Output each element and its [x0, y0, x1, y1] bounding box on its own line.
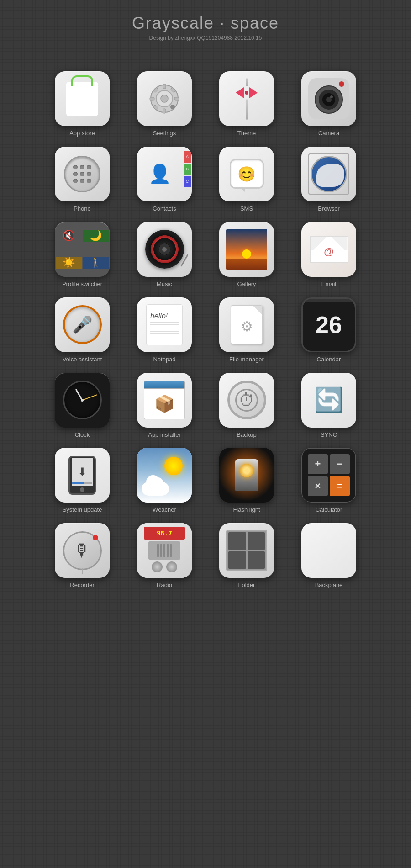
voice-cell[interactable]: 🎤 Voice assistant	[48, 297, 116, 364]
recorder-cell[interactable]: 🎙 Recorder	[48, 523, 116, 589]
voice-icon[interactable]: 🎤	[55, 297, 110, 352]
clock-cell[interactable]: Clock	[48, 373, 116, 439]
sysupdate-icon[interactable]: ⬇	[55, 448, 110, 503]
globe-land	[316, 164, 344, 187]
file-center-icon: ⚙	[241, 318, 253, 334]
contacts-icon[interactable]: 👤 A B C	[137, 147, 192, 201]
clock-center-dot	[81, 399, 84, 402]
notepad-paper: hello!	[146, 304, 183, 345]
music-icon[interactable]	[137, 222, 192, 277]
filemanager-cell[interactable]: ⚙ File manager	[212, 297, 281, 364]
quad1: 🔇	[56, 230, 82, 242]
gear-svg	[146, 80, 183, 117]
dot6	[87, 172, 91, 176]
recorder-assembly: 🎙	[63, 531, 102, 570]
radio-controls	[152, 561, 177, 572]
recorder-label: Recorder	[70, 582, 94, 589]
notepad-red-line	[154, 305, 154, 345]
appstore-icon[interactable]	[55, 71, 110, 126]
flashlight-cell[interactable]: Flash light	[212, 448, 281, 514]
installer-cell[interactable]: 📦 App installer	[130, 373, 199, 439]
folder-cell4	[248, 551, 265, 569]
backup-icon[interactable]: ⏱	[219, 373, 274, 428]
zipper-top	[246, 78, 248, 86]
clock-minute-hand	[82, 394, 98, 401]
calculator-icon[interactable]: + − × =	[301, 448, 356, 503]
calendar-icon[interactable]: 26	[301, 297, 356, 352]
sync-icon[interactable]: 🔄	[301, 373, 356, 428]
browser-label: Browser	[318, 205, 340, 213]
svg-rect-3	[163, 84, 166, 89]
email-icon[interactable]: @	[301, 222, 356, 277]
quad3: ☀️	[56, 257, 82, 269]
calendar-cell[interactable]: 26 Calendar	[295, 297, 363, 364]
clock-icon[interactable]	[55, 373, 110, 428]
backplane-label: Backplane	[315, 582, 343, 589]
smiley-icon: 😊	[237, 165, 256, 183]
notepad-line5	[150, 331, 179, 332]
profile-label: Profile switcher	[62, 281, 102, 288]
radio-knob2	[166, 561, 177, 572]
settings-cell[interactable]: Seetings	[130, 71, 199, 138]
gallery-cell[interactable]: Gallery	[212, 222, 281, 288]
camera-svg	[306, 76, 352, 122]
download-fill	[72, 482, 84, 484]
quad4: 🚶	[83, 257, 109, 269]
browser-cell[interactable]: Browser	[295, 147, 363, 213]
contacts-cell[interactable]: 👤 A B C Contacts	[130, 147, 199, 213]
installer-titlebar	[144, 381, 185, 389]
music-cell[interactable]: Music	[130, 222, 199, 288]
notepad-cell[interactable]: hello! Notepad	[130, 297, 199, 364]
notepad-line6	[150, 333, 179, 334]
backplane-cell[interactable]: Backplane	[295, 523, 363, 589]
download-bar	[72, 482, 92, 484]
radio-icon[interactable]: 98.7	[137, 523, 192, 578]
svg-point-17	[330, 95, 333, 98]
recorder-stand	[82, 568, 83, 574]
vent4	[167, 544, 169, 557]
notepad-icon[interactable]: hello!	[137, 297, 192, 352]
theme-cell[interactable]: Theme	[212, 71, 281, 138]
folder-cell[interactable]: Folder	[212, 523, 281, 589]
sms-cell[interactable]: 😊 SMS	[212, 147, 281, 213]
backplane-icon[interactable]	[301, 523, 356, 578]
weather-icon[interactable]	[137, 448, 192, 503]
radio-knob1	[152, 561, 163, 572]
radio-cell[interactable]: 98.7 Radio	[130, 523, 199, 589]
camera-cell[interactable]: Camera	[295, 71, 363, 138]
camera-icon[interactable]	[301, 71, 356, 126]
sysupdate-cell[interactable]: ⬇ System update	[48, 448, 116, 514]
sms-icon[interactable]: 😊	[219, 147, 274, 201]
settings-icon[interactable]	[137, 71, 192, 126]
installer-icon[interactable]: 📦	[137, 373, 192, 428]
appstore-cell[interactable]: App store	[48, 71, 116, 138]
browser-icon[interactable]	[301, 147, 356, 201]
phone-cell[interactable]: Phone	[48, 147, 116, 213]
calculator-cell[interactable]: + − × = Calculator	[295, 448, 363, 514]
bow-left	[236, 87, 244, 98]
theme-icon[interactable]	[219, 71, 274, 126]
sync-cell[interactable]: 🔄 SYNC	[295, 373, 363, 439]
email-cell[interactable]: @ Email	[295, 222, 363, 288]
filemanager-icon[interactable]: ⚙	[219, 297, 274, 352]
phone-frame: ⬇	[68, 456, 96, 495]
app-title: Grayscale · space	[132, 14, 279, 33]
tab-a: A	[184, 151, 191, 163]
sync-symbol: 🔄	[314, 386, 344, 414]
profile-cell[interactable]: 🔇 🌙 ☀️ 🚶 Profile switcher	[48, 222, 116, 288]
phone-icon-wrapper[interactable]	[55, 147, 110, 201]
calc-equals-btn: =	[330, 476, 350, 496]
installer-label: App installer	[148, 431, 181, 439]
flashlight-icon[interactable]	[219, 448, 274, 503]
backup-cell[interactable]: ⏱ Backup	[212, 373, 281, 439]
flashlight-label: Flash light	[233, 506, 260, 514]
folder-icon[interactable]	[219, 523, 274, 578]
clock-label: Clock	[75, 431, 90, 439]
recorder-icon[interactable]: 🎙	[55, 523, 110, 578]
gallery-icon[interactable]	[219, 222, 274, 277]
weather-cell[interactable]: Weacher	[130, 448, 199, 514]
backup-inner	[235, 389, 258, 412]
profile-icon[interactable]: 🔇 🌙 ☀️ 🚶	[55, 222, 110, 277]
mic-symbol: 🎤	[72, 315, 93, 334]
bow-row	[236, 87, 258, 98]
